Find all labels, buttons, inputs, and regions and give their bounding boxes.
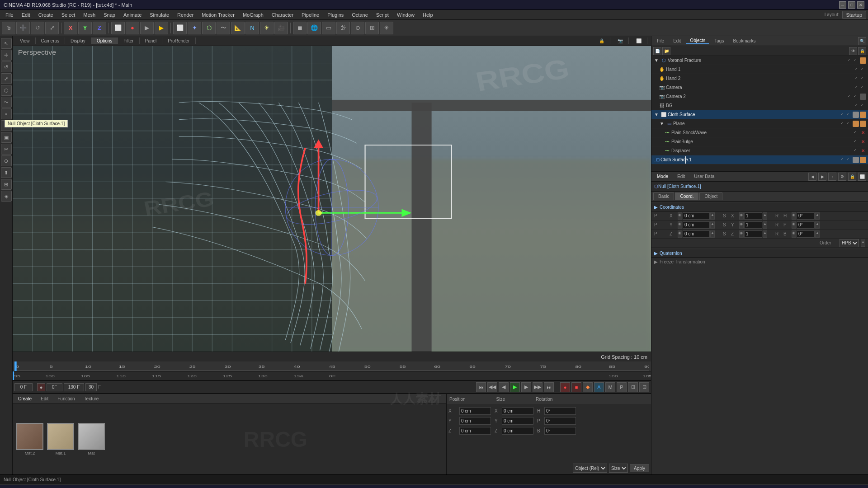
om-tab-objects[interactable]: Objects bbox=[686, 38, 709, 44]
coords-z-rot[interactable] bbox=[544, 427, 576, 435]
am-py-value[interactable] bbox=[683, 221, 710, 229]
tool-nurbs[interactable]: N bbox=[245, 22, 259, 34]
coords-y-pos[interactable] bbox=[459, 417, 491, 425]
viewport[interactable]: RRCG RRCG Perspective bbox=[13, 46, 651, 352]
coords-x-size[interactable] bbox=[502, 407, 533, 415]
am-px-value[interactable] bbox=[683, 212, 710, 220]
om-plane-lock-icon[interactable]: ✓ bbox=[846, 121, 852, 127]
om-displacer-del[interactable]: ✕ bbox=[860, 148, 866, 154]
om-open[interactable]: 📁 bbox=[662, 47, 670, 55]
tool-mat[interactable]: ◼ bbox=[293, 22, 307, 34]
transport-auto[interactable]: A bbox=[594, 382, 604, 392]
menu-motion-tracker[interactable]: Motion Tracker bbox=[198, 11, 238, 19]
am-nav-fwd[interactable]: ▶ bbox=[818, 173, 826, 181]
om-cloth-vis-icon[interactable]: ✓ bbox=[840, 112, 846, 117]
material-swatch-2[interactable]: Mat.2 bbox=[16, 423, 43, 455]
om-item-bg[interactable]: 🖼 BG ✓ ✓ bbox=[651, 101, 868, 110]
om-lock-all[interactable]: 🔒 bbox=[858, 47, 866, 55]
timeline-ruler[interactable]: 0 5 10 15 20 25 30 35 40 45 50 55 60 65 … bbox=[13, 361, 651, 371]
mat-swatch-1-preview[interactable] bbox=[47, 423, 74, 450]
om-cloth-expand[interactable]: ▼ bbox=[653, 112, 660, 118]
minimize-button[interactable]: ─ bbox=[839, 1, 846, 9]
om-hand1-lock-icon[interactable]: ✓ bbox=[861, 67, 866, 72]
am-tab-mode[interactable]: Mode bbox=[653, 174, 672, 179]
om-new[interactable]: 📄 bbox=[653, 47, 661, 55]
transport-extra[interactable]: ⊡ bbox=[639, 382, 649, 392]
menu-octane[interactable]: Octane bbox=[348, 11, 371, 19]
tool-box[interactable]: ⬜ bbox=[111, 22, 125, 34]
tool-y[interactable]: Y bbox=[78, 22, 92, 34]
tool-extra1[interactable]: ⊞ bbox=[365, 22, 379, 34]
coords-x-pos[interactable] bbox=[459, 407, 491, 415]
tool-z[interactable]: Z bbox=[93, 22, 106, 34]
am-subtab-coord[interactable]: Coord. bbox=[675, 192, 698, 200]
tool-pt[interactable]: ✦ bbox=[188, 22, 201, 34]
om-tab-tags[interactable]: Tags bbox=[711, 38, 727, 44]
transport-path[interactable]: P bbox=[617, 382, 627, 392]
taskbar-premiere[interactable]: Pr bbox=[139, 486, 156, 488]
am-pz-spin-up[interactable]: ▲ bbox=[710, 230, 715, 238]
taskbar-taskview[interactable]: ⬛ bbox=[36, 486, 52, 488]
sb-cut[interactable]: ✂ bbox=[1, 144, 12, 155]
frame-end[interactable] bbox=[64, 383, 84, 391]
om-cloth-lock-icon[interactable]: ✓ bbox=[846, 112, 852, 117]
om-cloth1-lock-icon[interactable]: ✓ bbox=[846, 157, 852, 163]
menu-window[interactable]: Window bbox=[393, 11, 418, 19]
om-item-hand1[interactable]: ✋ Hand 1 ✓ ✓ bbox=[651, 65, 868, 74]
transport-key[interactable]: ◆ bbox=[583, 382, 593, 392]
am-rp-value[interactable] bbox=[797, 221, 815, 229]
vp-menu-panel[interactable]: Panel bbox=[140, 38, 163, 44]
menu-animate[interactable]: Animate bbox=[120, 11, 145, 19]
mat-tab-edit[interactable]: Edit bbox=[37, 396, 52, 402]
coords-z-size[interactable] bbox=[502, 427, 533, 435]
am-px-spin-up[interactable]: ▲ bbox=[710, 212, 715, 220]
am-sx-value[interactable] bbox=[744, 212, 762, 220]
om-shock-del[interactable]: ✕ bbox=[860, 130, 866, 136]
am-sz-value[interactable] bbox=[744, 230, 762, 238]
am-rb-value[interactable] bbox=[797, 230, 815, 238]
sb-bridge[interactable]: ⊞ bbox=[1, 179, 12, 190]
transport-play[interactable]: ▶ bbox=[510, 382, 520, 392]
vp-menu-options[interactable]: Options bbox=[91, 38, 118, 44]
tool-extra2[interactable]: ☀ bbox=[380, 22, 393, 34]
tool-x[interactable]: X bbox=[64, 22, 77, 34]
vp-menu-cameras[interactable]: Cameras bbox=[36, 38, 66, 44]
menu-render[interactable]: Render bbox=[174, 11, 197, 19]
menu-help[interactable]: Help bbox=[419, 11, 437, 19]
mat-swatch-mat-preview[interactable] bbox=[78, 423, 105, 450]
coords-y-size[interactable] bbox=[502, 417, 533, 425]
tool-anim[interactable]: ● bbox=[126, 22, 139, 34]
am-rb-spin-up[interactable]: ▲ bbox=[815, 230, 820, 238]
taskbar-media[interactable]: ▶ bbox=[225, 486, 241, 488]
am-px-spin-down[interactable]: ◉ bbox=[678, 212, 682, 220]
om-item-camera2[interactable]: 📷 Camera 2 ✓ ✓ bbox=[651, 92, 868, 101]
am-tab-edit[interactable]: Edit bbox=[674, 174, 689, 179]
material-swatch-1[interactable]: Mat.1 bbox=[47, 423, 74, 455]
menu-mesh[interactable]: Mesh bbox=[80, 11, 99, 19]
am-pz-value[interactable] bbox=[683, 230, 710, 238]
maximize-button[interactable]: □ bbox=[848, 1, 855, 9]
om-item-voronoi[interactable]: ▼ ⬡ Voronoi Fracture ✓ ✓ bbox=[651, 56, 868, 65]
menu-pipeline[interactable]: Pipeline bbox=[298, 11, 323, 19]
om-bg-lock-icon[interactable]: ✓ bbox=[861, 103, 866, 108]
taskbar-lr[interactable]: Lr bbox=[156, 486, 173, 488]
vp-btn-cam[interactable]: 📷 bbox=[612, 38, 629, 44]
taskbar-edge[interactable]: e bbox=[53, 486, 70, 488]
taskbar-blender[interactable]: ⊙ bbox=[191, 486, 207, 488]
menu-simulate[interactable]: Simulate bbox=[146, 11, 173, 19]
vp-menu-view[interactable]: View bbox=[14, 38, 36, 44]
taskbar-ae[interactable]: Ae bbox=[122, 486, 138, 488]
om-item-cloth-surface-1[interactable]: L⊡ Cloth Surface.1 ✓ ✓ bbox=[651, 155, 868, 164]
taskbar-ps[interactable]: Ps bbox=[174, 486, 190, 488]
mat-tab-function[interactable]: Function bbox=[54, 396, 78, 402]
coords-y-rot[interactable] bbox=[544, 417, 576, 425]
om-voronoi-vis-icon[interactable]: ✓ bbox=[848, 58, 853, 63]
om-hand2-lock-icon[interactable]: ✓ bbox=[861, 76, 866, 81]
transport-grid[interactable]: ⊞ bbox=[628, 382, 638, 392]
transport-start[interactable]: ⏮ bbox=[476, 382, 486, 392]
am-sz-spin-down[interactable]: ◉ bbox=[739, 230, 744, 238]
tool-poly[interactable]: ⬡ bbox=[202, 22, 216, 34]
tool-render[interactable]: ▶ bbox=[140, 22, 154, 34]
sb-weld[interactable]: ◈ bbox=[1, 191, 12, 202]
coords-apply-button[interactable]: Apply bbox=[630, 465, 649, 472]
